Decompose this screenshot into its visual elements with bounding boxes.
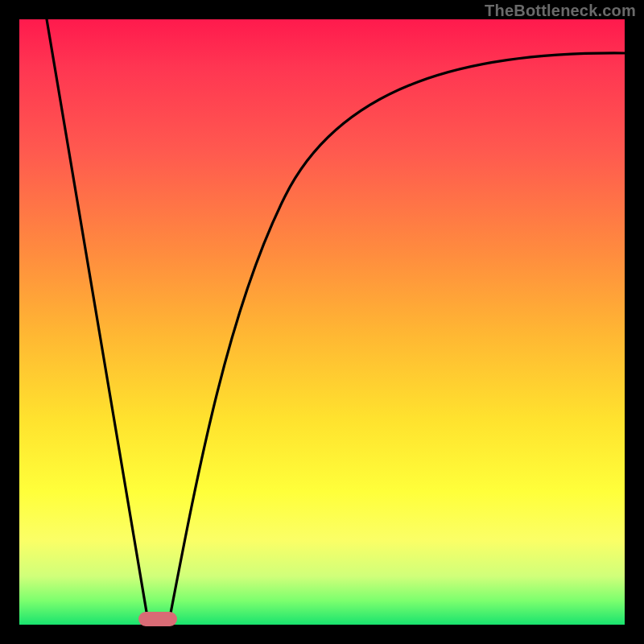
- optimal-marker: [138, 612, 177, 626]
- bottleneck-curve: [19, 19, 625, 625]
- plot-area: [19, 19, 625, 625]
- attribution-text: TheBottleneck.com: [485, 2, 636, 20]
- chart-frame: TheBottleneck.com: [0, 0, 644, 644]
